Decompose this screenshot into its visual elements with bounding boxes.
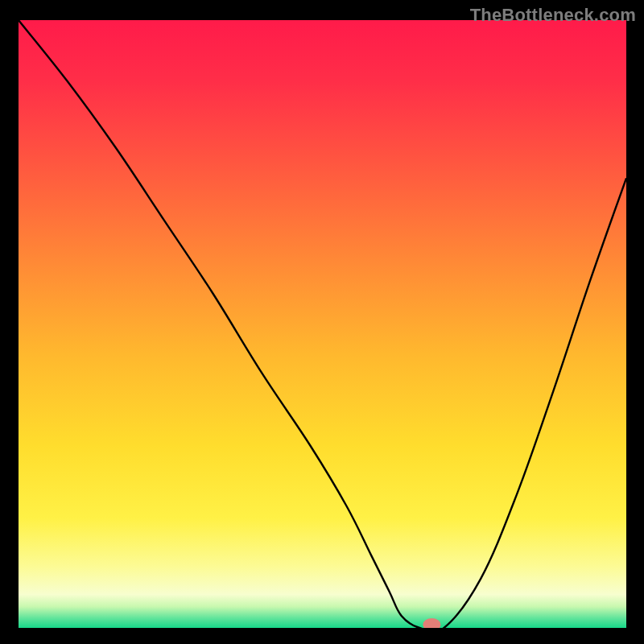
- gradient-background: [19, 20, 626, 628]
- plot-area: [19, 20, 626, 628]
- watermark-text: TheBottleneck.com: [470, 5, 636, 26]
- bottleneck-chart: [19, 20, 626, 628]
- chart-frame: TheBottleneck.com: [0, 0, 644, 644]
